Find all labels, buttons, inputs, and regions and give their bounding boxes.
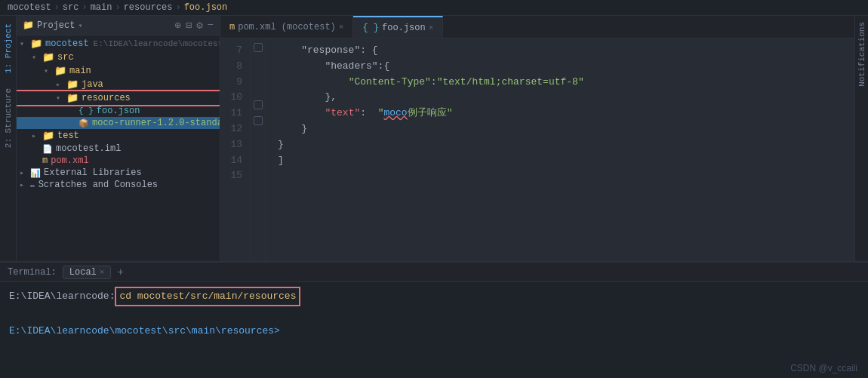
gutter [251, 38, 266, 261]
project-tree: ▾ 📁 mocotest E:\IDEA\learncode\mocotest … [17, 35, 220, 261]
editor-content: 7 8 9 10 11 12 13 14 15 "response": { [220, 38, 854, 261]
code-line-7: "response": { [278, 43, 842, 59]
tree-item-src[interactable]: ▾ 📁 src [17, 51, 220, 64]
tab-icon-m: m [229, 22, 235, 32]
code-line-12: } [278, 121, 842, 137]
sidebar-tab-project[interactable]: 1: Project [2, 16, 15, 81]
tree-item-main[interactable]: ▾ 📁 main [17, 64, 220, 78]
tree-item-mocotest-iml[interactable]: ▸ 📄 mocotest.iml [17, 143, 220, 155]
tab-foo-json[interactable]: { } foo.json × [353, 16, 443, 38]
code-line-9: "Content-Type":"text/html;charset=utf-8" [278, 75, 842, 91]
folder-icon: 📁 [23, 20, 34, 31]
tree-item-foo-json[interactable]: ▸ { } foo.json [17, 105, 220, 117]
tab-bar: m pom.xml (mocotest) × { } foo.json × [220, 16, 854, 38]
breadcrumb-item-4[interactable]: resources [124, 2, 173, 13]
terminal-tab-local[interactable]: Local × [63, 266, 112, 279]
gutter-marker-13 [254, 100, 263, 109]
breadcrumb: mocotest › src › main › resources › foo.… [0, 0, 868, 16]
terminal-add-button[interactable]: + [117, 266, 123, 278]
tree-item-scratches[interactable]: ▸ ✏️ Scratches and Consoles [17, 179, 220, 191]
terminal-tab-close[interactable]: × [100, 268, 105, 277]
tree-item-external-libs[interactable]: ▸ 📊 External Libraries [17, 167, 220, 179]
terminal-line-3: E:\IDEA\learncode\mocotest\src\main\reso… [9, 323, 859, 340]
watermark: CSDN @v_ccaili [790, 363, 857, 373]
breadcrumb-item-3[interactable]: main [91, 2, 112, 13]
terminal-content[interactable]: E:\IDEA\learncode:cd mocotest/src/main/r… [0, 282, 868, 378]
right-sidebar-tab[interactable]: Notifications [856, 16, 868, 93]
terminal-line-2 [9, 306, 859, 323]
code-line-14: ] [278, 153, 842, 169]
settings-icon[interactable]: ⚙ [196, 19, 202, 32]
panel-actions: ⊕ ⊟ ⚙ − [174, 19, 214, 32]
breadcrumb-item-5[interactable]: foo.json [184, 2, 228, 13]
gutter-marker-14 [254, 116, 263, 125]
chevron-down-icon: ▾ [78, 21, 82, 30]
tab-close-json[interactable]: × [429, 23, 434, 32]
vertical-sidebar: 1: Project 2: Structure [0, 16, 17, 261]
tree-item-pom-xml[interactable]: ▸ m pom.xml [17, 155, 220, 167]
code-line-13: } [278, 137, 842, 153]
terminal-line-1: E:\IDEA\learncode:cd mocotest/src/main/r… [9, 287, 859, 306]
terminal-label: Terminal: [8, 267, 57, 278]
tab-close-pom[interactable]: × [339, 23, 344, 32]
terminal-path-1: E:\IDEA\learncode [9, 288, 109, 305]
terminal-area: Terminal: Local × + E:\IDEA\learncode:cd… [0, 261, 868, 378]
terminal-command-box: cd mocotest/src/main/resources [115, 287, 300, 306]
tab-pom-xml[interactable]: m pom.xml (mocotest) × [220, 16, 353, 38]
tab-icon-json: { } [362, 23, 379, 33]
close-icon[interactable]: − [208, 19, 214, 32]
tree-item-mocotest[interactable]: ▾ 📁 mocotest E:\IDEA\learncode\mocotest [17, 37, 220, 51]
right-sidebar: Notifications [854, 16, 868, 261]
tree-item-java[interactable]: ▸ 📁 java [17, 78, 220, 91]
panel-header: 📁 Project ▾ ⊕ ⊟ ⚙ − [17, 16, 220, 35]
sidebar-tab-structure[interactable]: 2: Structure [2, 81, 15, 155]
panel-title: 📁 Project ▾ [23, 20, 82, 31]
line-numbers: 7 8 9 10 11 12 13 14 15 [220, 38, 251, 261]
gutter-marker-7 [254, 43, 263, 52]
code-line-10: }, [278, 90, 842, 106]
code-line-8: "headers":{ [278, 59, 842, 75]
tree-item-resources[interactable]: ▾ 📁 resources [17, 91, 220, 105]
project-panel: 📁 Project ▾ ⊕ ⊟ ⚙ − ▾ 📁 mocotest E:\IDEA… [17, 16, 220, 261]
code-line-15 [278, 168, 842, 184]
code-line-11: "text": "moco例子响应" [278, 106, 842, 121]
terminal-prompt: E:\IDEA\learncode\mocotest\src\main\reso… [9, 323, 280, 340]
breadcrumb-item-2[interactable]: src [63, 2, 79, 13]
tree-item-test[interactable]: ▸ 📁 test [17, 129, 220, 143]
breadcrumb-item-1[interactable]: mocotest [8, 2, 51, 13]
code-editor[interactable]: "response": { "headers":{ "Content-Type"… [266, 38, 854, 261]
tree-item-moco-runner[interactable]: ▸ 📦 moco-runner-1.2.0-standalone.jar [17, 117, 220, 129]
globe-icon[interactable]: ⊕ [174, 19, 180, 32]
collapse-icon[interactable]: ⊟ [186, 19, 192, 32]
editor-area: m pom.xml (mocotest) × { } foo.json × 7 … [220, 16, 854, 261]
terminal-tab-bar: Terminal: Local × + [0, 263, 868, 282]
